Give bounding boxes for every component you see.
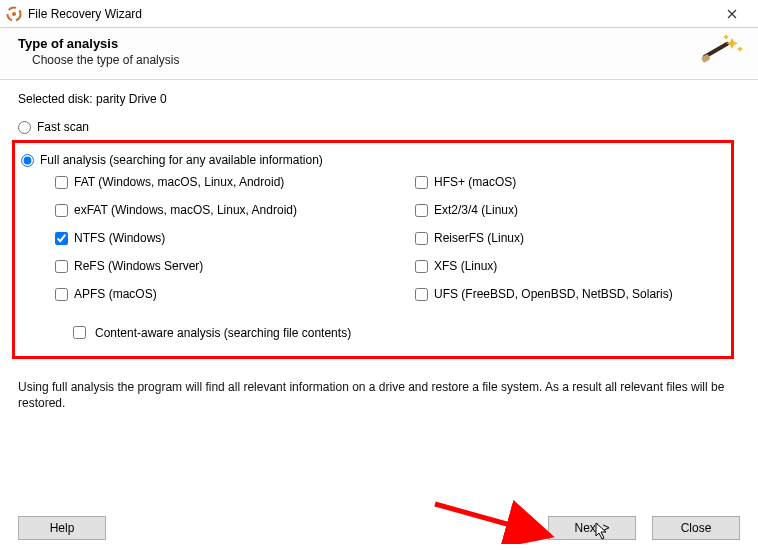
page-subtitle: Choose the type of analysis bbox=[32, 53, 740, 67]
fs-checkbox-ext[interactable]: Ext2/3/4 (Linux) bbox=[415, 203, 715, 217]
app-icon bbox=[6, 6, 22, 22]
fs-checkbox-apfs[interactable]: APFS (macOS) bbox=[55, 287, 415, 301]
fs-checkbox-hfsplus-input[interactable] bbox=[415, 176, 428, 189]
highlight-box: Full analysis (searching for any availab… bbox=[12, 140, 734, 359]
close-button[interactable]: Close bbox=[652, 516, 740, 540]
svg-point-1 bbox=[12, 12, 16, 16]
fs-checkbox-hfsplus[interactable]: HFS+ (macOS) bbox=[415, 175, 715, 189]
content-aware-checkbox[interactable]: Content-aware analysis (searching file c… bbox=[69, 323, 725, 342]
full-analysis-radio[interactable]: Full analysis (searching for any availab… bbox=[21, 153, 725, 167]
fast-scan-radio-input[interactable] bbox=[18, 121, 31, 134]
fs-checkbox-reiserfs-input[interactable] bbox=[415, 232, 428, 245]
help-button[interactable]: Help bbox=[18, 516, 106, 540]
fs-checkbox-refs-input[interactable] bbox=[55, 260, 68, 273]
fs-checkbox-ntfs[interactable]: NTFS (Windows) bbox=[55, 231, 415, 245]
fs-checkbox-reiserfs[interactable]: ReiserFS (Linux) bbox=[415, 231, 715, 245]
content-aware-checkbox-input[interactable] bbox=[73, 326, 86, 339]
fs-checkbox-fat[interactable]: FAT (Windows, macOS, Linux, Android) bbox=[55, 175, 415, 189]
fs-checkbox-ufs[interactable]: UFS (FreeBSD, OpenBSD, NetBSD, Solaris) bbox=[415, 287, 715, 301]
fs-checkbox-apfs-input[interactable] bbox=[55, 288, 68, 301]
fs-checkbox-refs[interactable]: ReFS (Windows Server) bbox=[55, 259, 415, 273]
fast-scan-label: Fast scan bbox=[37, 120, 89, 134]
analysis-description: Using full analysis the program will fin… bbox=[0, 373, 758, 411]
full-analysis-label: Full analysis (searching for any availab… bbox=[40, 153, 323, 167]
window-close-button[interactable] bbox=[712, 0, 752, 28]
wizard-header: Type of analysis Choose the type of anal… bbox=[0, 28, 758, 80]
page-title: Type of analysis bbox=[18, 36, 740, 51]
selected-disk-label: Selected disk: parity Drive 0 bbox=[18, 92, 740, 106]
fs-checkbox-xfs[interactable]: XFS (Linux) bbox=[415, 259, 715, 273]
fs-checkbox-exfat-input[interactable] bbox=[55, 204, 68, 217]
fs-checkbox-ext-input[interactable] bbox=[415, 204, 428, 217]
fs-checkbox-xfs-input[interactable] bbox=[415, 260, 428, 273]
wizard-wand-icon bbox=[696, 32, 744, 72]
fs-checkbox-ufs-input[interactable] bbox=[415, 288, 428, 301]
titlebar: File Recovery Wizard bbox=[0, 0, 758, 28]
fast-scan-radio[interactable]: Fast scan bbox=[18, 120, 740, 134]
fs-checkbox-fat-input[interactable] bbox=[55, 176, 68, 189]
filesystem-grid: FAT (Windows, macOS, Linux, Android) HFS… bbox=[55, 175, 725, 301]
window-title: File Recovery Wizard bbox=[28, 7, 142, 21]
close-icon bbox=[727, 9, 737, 19]
wizard-body: Selected disk: parity Drive 0 Fast scan … bbox=[0, 80, 758, 373]
wizard-footer: Help Next > Close bbox=[0, 516, 758, 540]
fs-checkbox-ntfs-input[interactable] bbox=[55, 232, 68, 245]
full-analysis-radio-input[interactable] bbox=[21, 154, 34, 167]
fs-checkbox-exfat[interactable]: exFAT (Windows, macOS, Linux, Android) bbox=[55, 203, 415, 217]
next-button[interactable]: Next > bbox=[548, 516, 636, 540]
